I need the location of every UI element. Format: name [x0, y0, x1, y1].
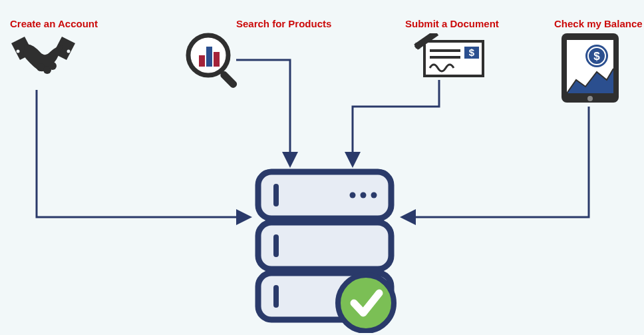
- svg-point-17: [587, 96, 593, 101]
- arrow-submit-document: [353, 80, 439, 165]
- svg-point-29: [361, 192, 367, 198]
- label-search-products: Search for Products: [236, 18, 331, 29]
- svg-rect-4: [199, 55, 205, 67]
- svg-rect-5: [206, 47, 212, 67]
- arrow-create-account: [37, 90, 249, 217]
- svg-rect-6: [214, 52, 220, 67]
- barchart-search-icon: [183, 30, 246, 93]
- label-check-balance: Check my Balance: [554, 18, 643, 29]
- tablet-balance-icon: $: [560, 32, 620, 105]
- svg-point-28: [350, 192, 356, 198]
- handshake-icon: [10, 37, 77, 87]
- svg-point-30: [371, 192, 377, 198]
- svg-text:$: $: [469, 47, 475, 58]
- server-icon: [253, 167, 399, 333]
- svg-point-1: [67, 50, 71, 53]
- diagram-canvas: { "nodes": { "create_account": { "label"…: [0, 0, 644, 335]
- svg-rect-3: [219, 70, 238, 89]
- label-create-account: Create an Account: [10, 18, 98, 29]
- svg-point-0: [17, 50, 20, 53]
- svg-point-31: [338, 275, 394, 331]
- arrow-check-balance: [402, 107, 589, 217]
- label-submit-document: Submit a Document: [405, 18, 499, 29]
- svg-text:$: $: [593, 50, 600, 63]
- document-pen-icon: $: [412, 33, 486, 80]
